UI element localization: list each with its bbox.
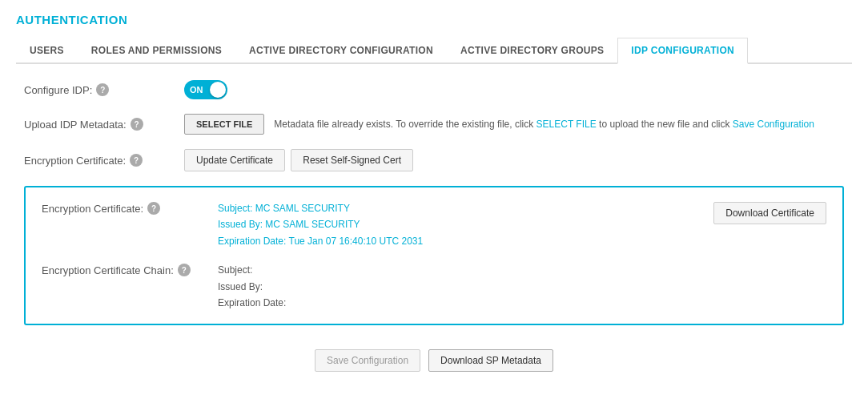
download-certificate-button[interactable]: Download Certificate (713, 202, 826, 224)
cert-box-help-icon[interactable]: ? (147, 202, 160, 215)
footer-actions: Save Configuration Download SP Metadata (24, 341, 844, 372)
tab-idp-config[interactable]: IDP CONFIGURATION (617, 38, 748, 64)
chain-subject: Subject: (218, 262, 826, 278)
cert-box-label: Encryption Certificate: ? (42, 200, 218, 215)
metadata-message: Metadata file already exists. To overrid… (274, 119, 814, 130)
select-file-button[interactable]: SELECT FILE (184, 114, 264, 135)
encryption-cert-row: Encryption Certificate: ? Update Certifi… (24, 149, 844, 171)
encryption-cert-help-icon[interactable]: ? (130, 154, 143, 167)
configure-idp-toggle[interactable]: ON (184, 80, 227, 99)
page-title: AUTHENTICATION (16, 13, 852, 26)
cert-info-row: Encryption Certificate: ? Subject: MC SA… (42, 200, 826, 249)
cert-issued-by: Issued By: MC SAML SECURITY (218, 216, 713, 232)
cert-download-area: Download Certificate (713, 200, 826, 224)
encryption-cert-label: Encryption Certificate: ? (24, 154, 184, 167)
reset-self-signed-button[interactable]: Reset Self-Signed Cert (291, 149, 413, 171)
content-area: Configure IDP: ? ON Upload IDP Metadata:… (16, 80, 852, 372)
select-file-link[interactable]: SELECT FILE (536, 119, 597, 130)
cert-chain-label: Encryption Certificate Chain: ? (42, 262, 218, 276)
save-configuration-button[interactable]: Save Configuration (315, 349, 420, 372)
cert-chain-row: Encryption Certificate Chain: ? Subject:… (42, 262, 826, 311)
cert-subject: Subject: MC SAML SECURITY (218, 200, 713, 216)
upload-metadata-help-icon[interactable]: ? (131, 118, 143, 131)
toggle-track[interactable]: ON (184, 80, 227, 99)
toggle-on-label: ON (190, 85, 203, 95)
update-certificate-button[interactable]: Update Certificate (184, 149, 285, 171)
cert-chain-details: Subject: Issued By: Expiration Date: (218, 262, 826, 311)
tab-ad-config[interactable]: ACTIVE DIRECTORY CONFIGURATION (235, 38, 447, 62)
tab-ad-groups[interactable]: ACTIVE DIRECTORY GROUPS (447, 38, 617, 62)
configure-idp-label: Configure IDP: ? (24, 83, 184, 96)
upload-metadata-row: Upload IDP Metadata: ? SELECT FILE Metad… (24, 114, 844, 135)
certificate-info-box: Encryption Certificate: ? Subject: MC SA… (24, 186, 844, 325)
tab-roles[interactable]: ROLES AND PERMISSIONS (78, 38, 235, 62)
cert-expiration: Expiration Date: Tue Jan 07 16:40:10 UTC… (218, 233, 713, 249)
cert-chain-help-icon[interactable]: ? (178, 264, 191, 276)
chain-issued-by: Issued By: (218, 279, 826, 295)
cert-details: Subject: MC SAML SECURITY Issued By: MC … (218, 200, 713, 249)
download-sp-metadata-button[interactable]: Download SP Metadata (428, 349, 553, 372)
upload-metadata-label: Upload IDP Metadata: ? (24, 118, 184, 131)
configure-idp-help-icon[interactable]: ? (96, 83, 109, 96)
save-config-link[interactable]: Save Configuration (733, 119, 814, 130)
chain-expiration: Expiration Date: (218, 295, 826, 311)
configure-idp-row: Configure IDP: ? ON (24, 80, 844, 99)
toggle-knob (210, 82, 226, 98)
tab-users[interactable]: USERS (16, 38, 78, 62)
tabs-bar: USERS ROLES AND PERMISSIONS ACTIVE DIREC… (16, 38, 852, 64)
